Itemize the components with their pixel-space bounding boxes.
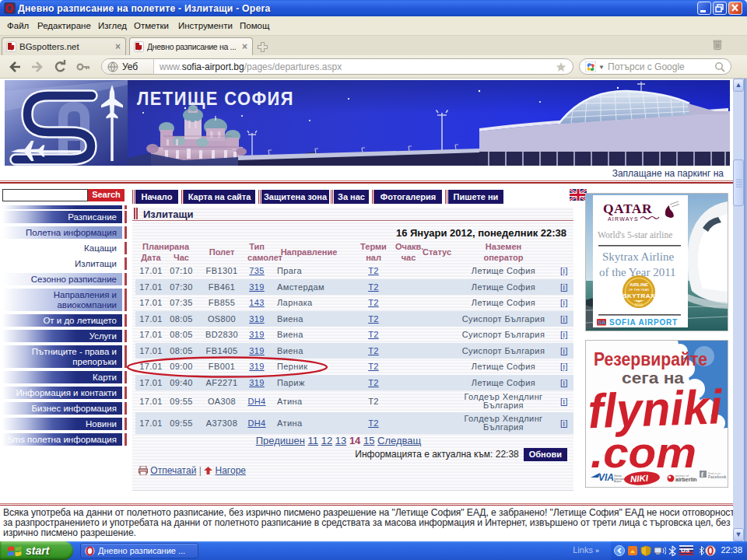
svg-text:QATAR: QATAR (603, 201, 652, 216)
svg-text:AIRWAYS: AIRWAYS (608, 216, 639, 222)
svg-text:2011: 2011 (635, 303, 644, 307)
svg-text:SA: SA (598, 319, 606, 326)
svg-text:Резервирайте: Резервирайте (594, 349, 707, 369)
svg-text:Airport: Airport (614, 480, 622, 483)
svg-text:Skytrax Airline: Skytrax Airline (602, 250, 674, 263)
svg-text:SOFIA AIRPORT: SOFIA AIRPORT (609, 318, 678, 327)
svg-text:World's 5-star airline: World's 5-star airline (598, 230, 672, 240)
svg-text:SKYTRAX: SKYTRAX (622, 292, 655, 299)
svg-text:ЛЕТИЩЕ СОФИЯ: ЛЕТИЩЕ СОФИЯ (137, 89, 294, 109)
svg-text:VIA: VIA (598, 472, 614, 483)
svg-text:.com: .com (591, 428, 696, 477)
svg-text:AIRLINE: AIRLINE (630, 282, 648, 287)
svg-text:NIKI: NIKI (630, 473, 650, 484)
svg-text:OF THE YEAR: OF THE YEAR (629, 288, 650, 292)
svg-text:US: US (681, 547, 690, 554)
svg-text:Facebook: Facebook (708, 474, 727, 479)
svg-text:airberlin: airberlin (675, 477, 697, 482)
